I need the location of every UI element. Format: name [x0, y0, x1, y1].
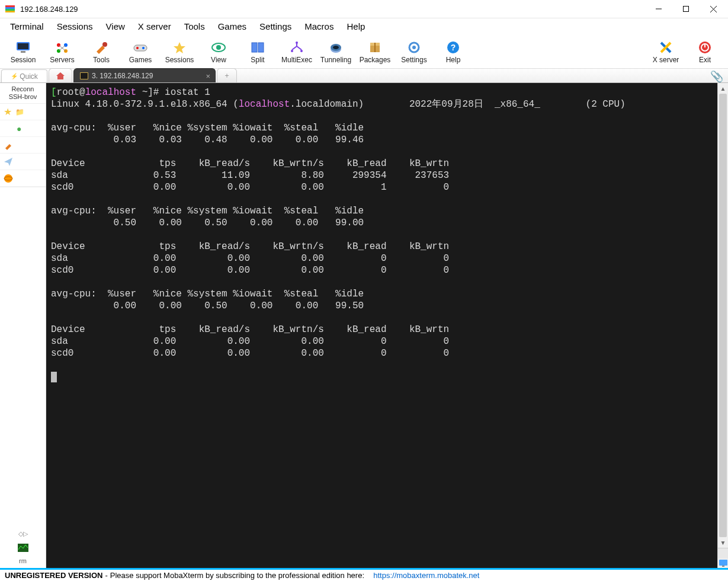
tab-label: 3. 192.168.248.129	[92, 72, 153, 80]
tab-new[interactable]: ＋	[217, 68, 237, 82]
scroll-track[interactable]	[718, 94, 728, 537]
sidebar-check[interactable]: ●	[0, 120, 46, 137]
menu-view[interactable]: View	[100, 20, 132, 33]
svg-point-28	[291, 50, 293, 52]
sidebar-tool[interactable]	[0, 137, 46, 154]
app-icon	[5, 4, 15, 14]
svg-point-49	[4, 174, 12, 183]
svg-rect-26	[258, 43, 264, 52]
tb-help[interactable]: ?Help	[434, 36, 473, 68]
terminal-icon	[80, 72, 88, 79]
multiexec-icon	[289, 40, 304, 55]
tb-servers[interactable]: Servers	[43, 36, 82, 68]
svg-rect-25	[252, 43, 257, 52]
svg-point-32	[333, 46, 339, 49]
help-icon: ?	[445, 40, 461, 55]
tb-tools[interactable]: Tools	[82, 36, 121, 68]
menu-tools[interactable]: Tools	[178, 20, 211, 33]
terminal-panel: [root@localhost ~]# iostat 1 Linux 4.18.…	[46, 83, 717, 568]
tb-view[interactable]: View	[199, 36, 238, 68]
gear-icon	[406, 40, 422, 55]
tunnel-icon	[328, 40, 344, 55]
tools-icon	[94, 40, 109, 55]
xserver-icon	[658, 40, 674, 55]
scroll-down-icon[interactable]: ▼	[718, 537, 728, 548]
sidebar-globe[interactable]	[0, 170, 46, 187]
eye-icon	[211, 40, 226, 55]
svg-rect-53	[722, 566, 724, 567]
svg-point-27	[296, 42, 298, 44]
scroll-grip[interactable]	[718, 548, 728, 558]
status-unregistered: UNREGISTERED VERSION	[5, 571, 102, 580]
paper-plane-icon	[4, 157, 13, 167]
globe-icon	[4, 174, 13, 183]
star-icon: ★	[4, 106, 12, 117]
window-title: 192.168.248.129	[20, 5, 78, 14]
package-icon	[367, 40, 383, 55]
svg-point-29	[300, 50, 303, 52]
terminal[interactable]: [root@localhost ~]# iostat 1 Linux 4.18.…	[46, 83, 717, 568]
quick-connect[interactable]: ⚡Quick	[1, 69, 47, 82]
wrench-icon	[4, 141, 13, 150]
menu-help[interactable]: Help	[340, 20, 371, 33]
svg-point-18	[102, 42, 107, 47]
sidebar-favorite[interactable]: ★📁	[0, 104, 46, 120]
status-message: Please support MobaXterm by subscribing …	[110, 571, 364, 580]
svg-point-21	[142, 47, 145, 49]
svg-rect-6	[684, 7, 689, 12]
menu-games[interactable]: Games	[211, 20, 253, 33]
tab-close-icon[interactable]: ×	[206, 72, 210, 81]
star-icon	[172, 40, 187, 55]
tab-session-active[interactable]: 3. 192.168.248.129 ×	[73, 68, 216, 82]
sidebar-collapse-icon[interactable]: ◇▷	[18, 528, 28, 540]
maximize-button[interactable]	[672, 0, 700, 18]
toolbar: Session Servers Tools Games Sessions Vie…	[0, 34, 728, 69]
scroll-thumb[interactable]	[719, 94, 727, 537]
tb-tunneling[interactable]: Tunneling	[316, 36, 355, 68]
svg-point-20	[136, 47, 139, 49]
tb-packages[interactable]: Packages	[355, 36, 395, 68]
tab-home[interactable]	[49, 68, 72, 82]
sidebar-monitor-icon[interactable]	[18, 542, 28, 554]
svg-marker-48	[4, 158, 12, 166]
paperclip-icon[interactable]: 📎	[710, 70, 723, 83]
corner-monitor-icon[interactable]	[718, 558, 728, 568]
menu-terminal[interactable]: Terminal	[4, 20, 50, 33]
sidebar-reconnect[interactable]: Reconn SSH-brov	[0, 83, 46, 104]
sidebar: Reconn SSH-brov ★📁 ● ◇▷ rm	[0, 83, 46, 568]
menu-macros[interactable]: Macros	[298, 20, 340, 33]
status-link[interactable]: https://mobaxterm.mobatek.net	[373, 571, 479, 580]
menu-xserver[interactable]: X server	[132, 20, 178, 33]
terminal-cursor	[51, 372, 57, 382]
svg-rect-10	[18, 43, 28, 49]
vertical-scrollbar[interactable]: ▲ ▼	[717, 83, 728, 568]
tb-exit[interactable]: Exit	[685, 36, 724, 68]
svg-rect-19	[134, 45, 147, 51]
svg-marker-22	[174, 42, 185, 53]
tb-sessions[interactable]: Sessions	[160, 36, 199, 68]
tb-split[interactable]: Split	[238, 36, 277, 68]
sidebar-send[interactable]	[0, 154, 46, 170]
scroll-up-icon[interactable]: ▲	[718, 83, 728, 94]
tb-settings[interactable]: Settings	[395, 36, 434, 68]
menu-sessions[interactable]: Sessions	[50, 20, 100, 33]
tb-session[interactable]: Session	[4, 36, 43, 68]
svg-rect-2	[5, 7, 15, 9]
minimize-button[interactable]	[645, 0, 672, 18]
main-area: Reconn SSH-brov ★📁 ● ◇▷ rm [root@localho…	[0, 83, 728, 568]
statusbar: UNREGISTERED VERSION - Please support Mo…	[0, 568, 728, 581]
svg-rect-47	[81, 73, 88, 79]
tabstrip: ⚡Quick 3. 192.168.248.129 × ＋ 📎	[0, 69, 728, 83]
servers-icon	[54, 40, 70, 55]
power-icon	[697, 40, 713, 55]
tb-multiexec[interactable]: MultiExec	[277, 36, 316, 68]
svg-point-24	[216, 45, 221, 50]
close-button[interactable]	[700, 0, 727, 18]
tb-games[interactable]: Games	[121, 36, 160, 68]
menu-settings[interactable]: Settings	[253, 20, 298, 33]
tb-xserver[interactable]: X server	[646, 36, 685, 68]
gamepad-icon	[133, 40, 148, 55]
svg-rect-52	[719, 560, 727, 566]
svg-text:?: ?	[451, 43, 456, 52]
svg-marker-45	[56, 72, 65, 79]
